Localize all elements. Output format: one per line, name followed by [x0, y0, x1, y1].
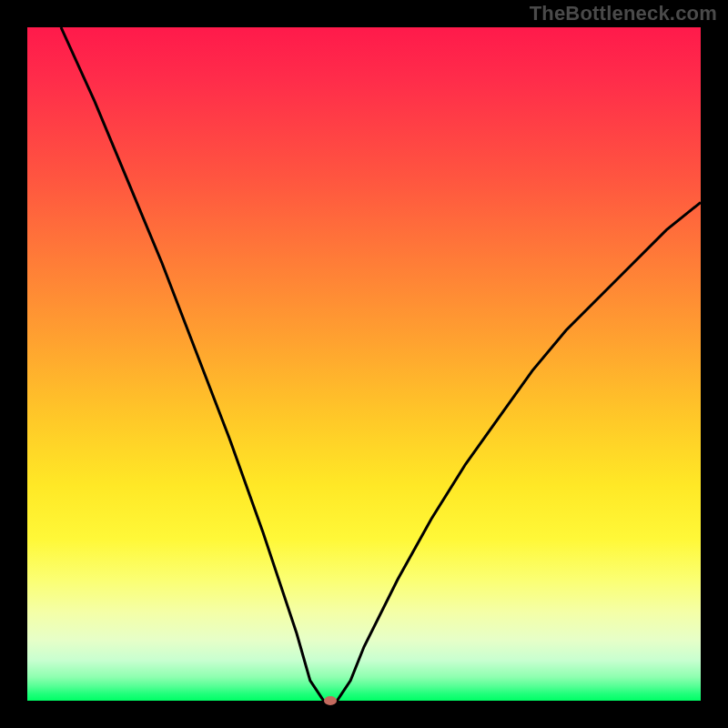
bottleneck-curve-path — [61, 27, 701, 701]
watermark-text: TheBottleneck.com — [530, 2, 717, 25]
plot-area — [27, 27, 701, 701]
curve-svg — [27, 27, 701, 701]
chart-container: TheBottleneck.com — [0, 0, 728, 728]
bottleneck-marker — [324, 696, 337, 705]
